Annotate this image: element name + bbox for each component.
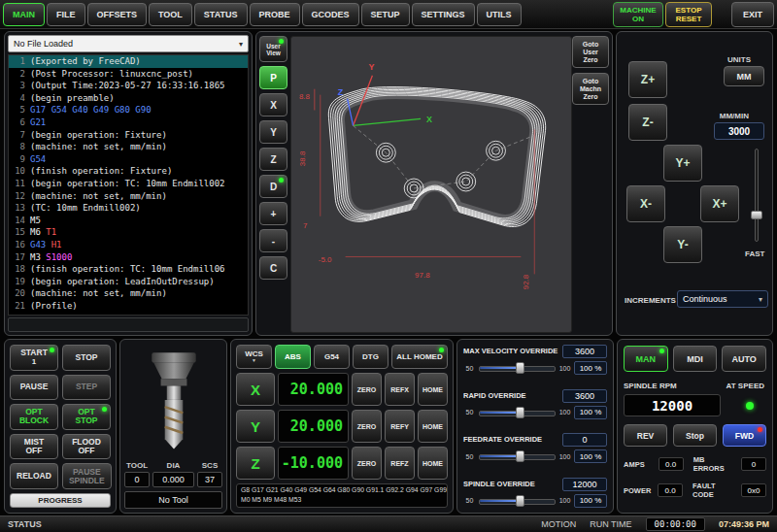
gcode-line[interactable]: 17M3 S1000 (9, 251, 248, 264)
abs-button[interactable]: ABS (275, 345, 311, 369)
menu-main[interactable]: MAIN (3, 3, 45, 26)
stop-button[interactable]: STOP (62, 345, 111, 371)
start-button[interactable]: START 1 (10, 345, 58, 371)
axis-x-button[interactable]: X (236, 373, 275, 406)
step-button[interactable]: STEP (62, 375, 111, 401)
gcode-line[interactable]: 12(machine: not set, mm/min) (9, 190, 248, 203)
all-homed-button[interactable]: ALL HOMED (391, 345, 448, 369)
gcode-line[interactable]: 14M5 (9, 215, 248, 227)
gcode-line[interactable]: 16G43 H1 (9, 239, 248, 251)
view-c-button[interactable]: C (259, 256, 287, 280)
menu-probe[interactable]: PROBE (250, 3, 300, 26)
view-minus-button[interactable]: - (259, 229, 287, 252)
pause-button[interactable]: PAUSE (10, 375, 58, 401)
view-d-button[interactable]: D (259, 175, 287, 198)
machine-on-button[interactable]: MACHINE ON (613, 2, 663, 27)
jog-y-plus-button[interactable]: Y+ (663, 145, 702, 182)
menu-setup[interactable]: SETUP (361, 3, 410, 26)
dtg-button[interactable]: DTG (353, 345, 388, 369)
opt-stop-button[interactable]: OPT STOP (62, 404, 111, 430)
jog-x-plus-button[interactable]: X+ (700, 185, 739, 222)
slider-handle[interactable] (516, 407, 524, 418)
gcode-line[interactable]: 21(Profile) (9, 300, 248, 313)
gcode-line[interactable]: 15M6 T1 (9, 226, 248, 239)
wcs-button[interactable]: WCS ▼ (236, 345, 272, 369)
home-x-button[interactable]: HOME (418, 373, 448, 406)
pause-spindle-button[interactable]: PAUSE SPINDLE (62, 463, 112, 489)
gcode-line[interactable]: 9G54 (9, 153, 248, 166)
spindle-fwd-button[interactable]: FWD (723, 424, 766, 447)
gcode-line[interactable]: 19(begin operation: LeadInOutDressup) (9, 276, 248, 288)
view-y-button[interactable]: Y (259, 120, 287, 144)
goto-machine-zero-button[interactable]: Goto Machn Zero (572, 73, 609, 105)
menu-offsets[interactable]: OFFSETS (87, 3, 148, 26)
slider-handle[interactable] (751, 211, 762, 219)
gcode-editor[interactable]: 1(Exported by FreeCAD)2(Post Processor: … (8, 54, 249, 316)
gcode-line[interactable]: 13(TC: 10mm Endmill002) (9, 202, 248, 215)
jog-speed-slider[interactable] (751, 149, 762, 242)
increments-select[interactable]: Continuous ▾ (677, 290, 768, 308)
override-slider[interactable] (479, 450, 556, 462)
zero-z-button[interactable]: ZERO (352, 447, 382, 480)
estop-reset-button[interactable]: ESTOP RESET (665, 2, 712, 27)
toolpath-preview[interactable]: X Y Z 8.8 38.8 7 -5.0 97.8 92.8 (290, 36, 572, 333)
mist-button[interactable]: MIST OFF (10, 434, 58, 460)
spindle-stop-button[interactable]: Stop (673, 424, 717, 447)
override-slider[interactable] (479, 495, 556, 507)
view-z-button[interactable]: Z (259, 148, 287, 171)
reload-button[interactable]: RELOAD (10, 463, 58, 489)
gcode-line[interactable]: 7(begin operation: Fixture) (9, 129, 248, 142)
units-mm-button[interactable]: MM (724, 66, 764, 86)
gcode-line[interactable]: 11(begin operation: TC: 10mm Endmill002 (9, 178, 248, 190)
zero-y-button[interactable]: ZERO (352, 410, 382, 443)
man-mode-button[interactable]: MAN (624, 346, 668, 372)
jog-y-minus-button[interactable]: Y- (663, 226, 702, 263)
ref-y-button[interactable]: REFY (385, 410, 415, 443)
axis-z-button[interactable]: Z (236, 447, 275, 480)
menu-settings[interactable]: SETTINGS (412, 3, 475, 26)
gcode-line[interactable]: 10(finish operation: Fixture) (9, 165, 248, 178)
gcode-line[interactable]: 18(finish operation: TC: 10mm Endmill06 (9, 263, 248, 276)
mdi-input[interactable] (8, 317, 249, 332)
auto-mode-button[interactable]: AUTO (722, 346, 766, 372)
spindle-rev-button[interactable]: REV (624, 424, 667, 447)
goto-user-zero-button[interactable]: Goto User Zero (572, 36, 609, 68)
view-p-button[interactable]: P (259, 66, 287, 89)
gcode-line[interactable]: 1(Exported by FreeCAD) (9, 55, 248, 68)
gcode-line[interactable]: 4(begin preamble) (9, 92, 248, 105)
ref-x-button[interactable]: REFX (385, 373, 415, 406)
home-y-button[interactable]: HOME (418, 410, 448, 443)
menu-utils[interactable]: UTILS (477, 3, 522, 26)
exit-button[interactable]: EXIT (731, 2, 774, 27)
axis-y-button[interactable]: Y (236, 410, 275, 443)
override-slider[interactable] (479, 407, 556, 418)
opt-block-button[interactable]: OPT BLOCK (10, 404, 58, 430)
override-slider[interactable] (479, 362, 556, 374)
gcode-line[interactable]: 3(Output Time:2023-05-27 16:33:16.1865 (9, 80, 248, 92)
menu-file[interactable]: FILE (47, 3, 85, 26)
g54-button[interactable]: G54 (314, 345, 350, 369)
view-user-view-button[interactable]: User View (259, 36, 287, 62)
home-z-button[interactable]: HOME (418, 447, 448, 480)
gcode-line[interactable]: 8(machine: not set, mm/min) (9, 141, 248, 153)
gcode-line[interactable]: 2(Post Processor: linuxcnc_post) (9, 68, 248, 81)
jog-z-minus-button[interactable]: Z- (628, 104, 667, 141)
menu-tool[interactable]: TOOL (149, 3, 192, 26)
slider-handle[interactable] (516, 362, 524, 374)
zero-x-button[interactable]: ZERO (352, 373, 382, 406)
ref-z-button[interactable]: REFZ (385, 447, 415, 480)
menu-gcodes[interactable]: GCODES (302, 3, 359, 26)
slider-handle[interactable] (516, 450, 524, 462)
menu-status[interactable]: STATUS (194, 3, 248, 26)
gcode-line[interactable]: 6G21 (9, 116, 248, 129)
slider-handle[interactable] (516, 495, 524, 507)
jog-x-minus-button[interactable]: X- (626, 185, 665, 222)
gcode-line[interactable]: 20(machine: not set, mm/min) (9, 287, 248, 300)
gcode-line[interactable]: 5G17 G54 G40 G49 G80 G90 (9, 104, 248, 116)
mdi-mode-button[interactable]: MDI (673, 346, 718, 372)
flood-button[interactable]: FLOOD OFF (62, 434, 111, 460)
view-x-button[interactable]: X (259, 93, 287, 116)
jog-z-plus-button[interactable]: Z+ (628, 61, 667, 98)
file-selector[interactable]: No File Loaded ▾ (8, 35, 249, 52)
view-plus-button[interactable]: + (259, 202, 287, 225)
